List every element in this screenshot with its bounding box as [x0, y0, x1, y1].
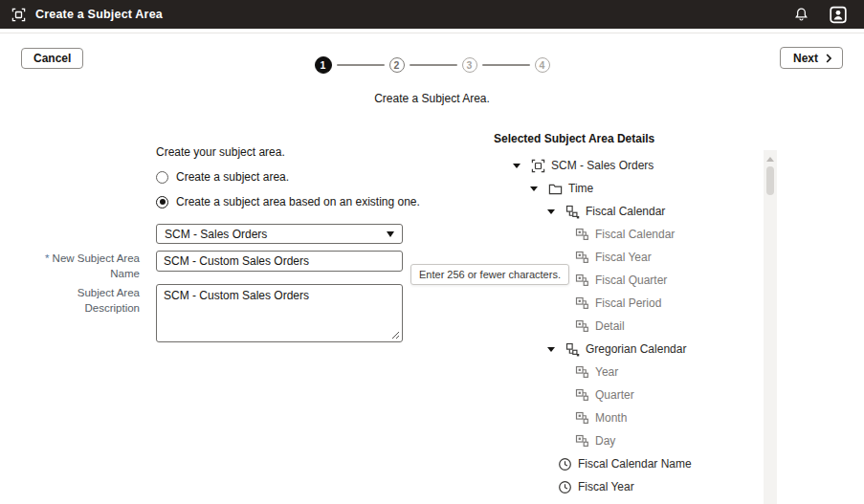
tree-item-label: SCM - Sales Orders	[551, 159, 654, 172]
tree-item-label: Day	[595, 434, 615, 448]
subject-area-icon	[530, 158, 545, 173]
level-icon	[574, 296, 589, 311]
tree-item[interactable]: Fiscal Year	[507, 246, 762, 269]
subject-area-description-wrap: SCM - Custom Sales Orders	[156, 284, 403, 342]
tree-item[interactable]: Quarter	[507, 383, 762, 406]
level-icon	[574, 250, 589, 265]
tree-item-label: Detail	[595, 319, 625, 333]
tree-item[interactable]: Fiscal Period	[507, 292, 762, 315]
tree-item-label: Fiscal Calendar Name	[578, 457, 692, 471]
level-icon	[574, 273, 589, 288]
subject-area-description-label: Subject Area Description	[44, 286, 140, 316]
tree-item[interactable]: SCM - Sales Orders	[507, 154, 762, 177]
level-icon	[574, 387, 589, 403]
bell-icon[interactable]	[794, 7, 809, 22]
expand-arrow-icon[interactable]	[530, 186, 538, 191]
tree-item[interactable]: Fiscal Calendar Name	[507, 452, 762, 475]
step-3-number: 3	[467, 59, 473, 71]
tree-item[interactable]: Fiscal Calendar	[507, 200, 762, 223]
app-header: Create a Subject Area	[0, 0, 864, 29]
create-subject-area-window: Create a Subject Area Cancel 1	[0, 0, 864, 504]
tree-item-label: Quarter	[595, 388, 634, 402]
tree-item-label: Month	[595, 411, 627, 425]
tree-item-label: Fiscal Year	[578, 480, 634, 493]
page-title: Create a Subject Area	[35, 8, 163, 21]
next-button-label: Next	[793, 52, 818, 65]
wizard-stepper: 1 2 3 4	[315, 56, 550, 74]
clock-icon	[557, 479, 572, 494]
radio-button-icon[interactable]	[156, 171, 168, 184]
step-connector	[337, 64, 385, 66]
subject-area-description-input[interactable]: SCM - Custom Sales Orders	[156, 284, 403, 342]
tree-item[interactable]: Day	[507, 429, 762, 452]
tree-item-label: Gregorian Calendar	[586, 342, 686, 356]
cancel-button[interactable]: Cancel	[21, 48, 83, 69]
cancel-button-label: Cancel	[33, 52, 71, 65]
step-connector	[410, 64, 457, 66]
expand-arrow-icon[interactable]	[547, 209, 555, 214]
chevron-right-icon	[826, 54, 832, 63]
source-subject-area-select[interactable]: SCM - Sales Orders	[156, 224, 403, 244]
radio-create-new-label: Create a subject area.	[176, 170, 289, 184]
new-subject-area-name-input[interactable]	[156, 251, 403, 272]
tree-item-label: Fiscal Calendar	[595, 228, 675, 241]
tree-item[interactable]: Fiscal Calendar	[507, 223, 762, 246]
scroll-up-arrow-icon[interactable]	[766, 157, 774, 162]
step-4[interactable]: 4	[535, 57, 550, 73]
folder-icon	[547, 181, 563, 196]
level-icon	[574, 318, 589, 334]
step-1-number: 1	[321, 59, 326, 71]
level-icon	[574, 227, 589, 242]
tree-item-label: Time	[568, 182, 593, 195]
tree-item[interactable]: Time	[507, 177, 762, 200]
tree-item[interactable]: Fiscal Quarter	[507, 269, 762, 292]
hierarchy-icon	[565, 341, 580, 357]
new-subject-area-name-label: *New Subject Area Name	[44, 252, 140, 281]
step-connector	[482, 64, 530, 66]
tree-item[interactable]: Detail	[507, 315, 762, 338]
step-2[interactable]: 2	[389, 57, 405, 73]
chevron-down-icon	[387, 231, 394, 237]
required-marker: *	[45, 252, 49, 264]
level-icon	[574, 410, 589, 426]
expand-arrow-icon[interactable]	[547, 347, 555, 352]
tree-item-label: Fiscal Year	[595, 251, 652, 264]
tree-item[interactable]: Fiscal Year	[507, 475, 762, 498]
next-button[interactable]: Next	[780, 47, 843, 69]
level-icon	[574, 364, 589, 380]
subject-area-icon	[11, 8, 26, 22]
step-2-number: 2	[394, 59, 400, 71]
radio-create-new[interactable]: Create a subject area.	[156, 170, 289, 184]
tree-item-label: Fiscal Calendar	[586, 205, 665, 218]
source-subject-area-value: SCM - Sales Orders	[165, 228, 267, 241]
tree-item-label: Fiscal Quarter	[595, 274, 667, 287]
scrollbar-thumb[interactable]	[766, 166, 774, 195]
tree-item[interactable]: Year	[507, 361, 762, 383]
tree-item[interactable]: Gregorian Calendar	[507, 338, 762, 361]
tree-panel-title: Selected Subject Area Details	[494, 132, 654, 145]
radio-create-from-existing[interactable]: Create a subject area based on an existi…	[156, 195, 420, 208]
tree-item-label: Fiscal Period	[595, 296, 661, 310]
avatar-icon[interactable]	[830, 6, 847, 24]
step-1[interactable]: 1	[315, 56, 332, 74]
wizard-step-subtitle: Create a Subject Area.	[0, 92, 864, 105]
tree-item-label: Year	[595, 365, 618, 379]
level-icon	[574, 433, 589, 449]
form-section-label: Create your subject area.	[156, 145, 285, 159]
step-4-number: 4	[540, 59, 545, 71]
hierarchy-icon	[565, 204, 580, 219]
scrollbar[interactable]	[764, 150, 777, 504]
clock-icon	[557, 456, 572, 471]
tree-item[interactable]: Month	[507, 406, 762, 429]
header-separator	[0, 33, 864, 33]
expand-arrow-icon[interactable]	[513, 164, 521, 168]
radio-button-selected-icon[interactable]	[156, 196, 168, 208]
subject-area-tree: SCM - Sales OrdersTimeFiscal CalendarFis…	[507, 154, 762, 498]
radio-create-from-existing-label: Create a subject area based on an existi…	[176, 195, 420, 208]
step-3[interactable]: 3	[462, 57, 477, 73]
